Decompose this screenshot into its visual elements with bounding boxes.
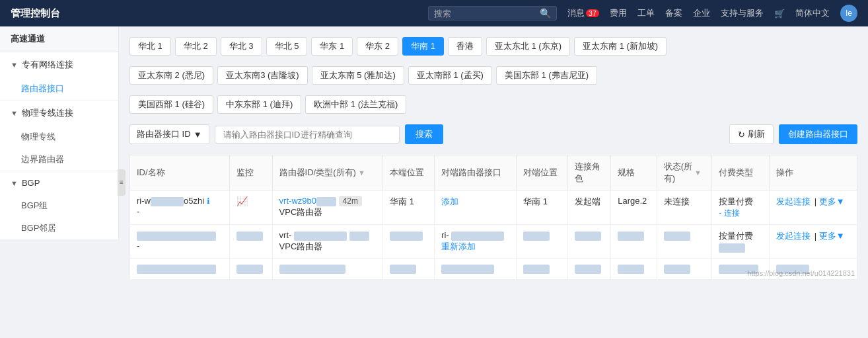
router-sort-icon[interactable]: ▼ bbox=[358, 169, 365, 177]
refresh-icon: ↻ bbox=[738, 130, 745, 140]
toolbar-left: 路由器接口 ID ▼ 搜索 bbox=[129, 124, 443, 144]
table-container: ID/名称 监控 路由器ID/类型(所有) ▼ 本端位置 对端路由器接口 对端位… bbox=[129, 155, 857, 280]
ticket-nav-item[interactable]: 工单 bbox=[637, 7, 655, 19]
search-input[interactable] bbox=[434, 9, 540, 19]
region-tab-east1[interactable]: 华东 1 bbox=[311, 37, 353, 56]
monitor-chart-icon-1[interactable]: 📈 bbox=[236, 196, 248, 206]
region-tab-usw1[interactable]: 美国西部 1 (硅谷) bbox=[129, 95, 213, 114]
sidebar-group-bgp-header[interactable]: ▼ BGP bbox=[0, 171, 118, 194]
search-box[interactable]: 🔍 bbox=[428, 6, 557, 21]
filter-input[interactable] bbox=[215, 126, 400, 144]
region-tab-north2[interactable]: 华北 2 bbox=[175, 37, 217, 56]
messages-nav-item[interactable]: 消息37 bbox=[567, 7, 599, 19]
region-tab-south1[interactable]: 华南 1 bbox=[402, 37, 444, 56]
cell-pay-2: 按量付费 bbox=[712, 225, 769, 259]
support-nav-item[interactable]: 支持与服务 bbox=[721, 7, 764, 19]
sidebar-title: 高速通道 bbox=[0, 26, 118, 52]
filter-select-arrow: ▼ bbox=[194, 130, 202, 140]
row1-router-tag: 42m bbox=[339, 196, 362, 206]
row2-action-more[interactable]: 更多▼ bbox=[819, 231, 845, 241]
search-button[interactable]: 搜索 bbox=[405, 124, 443, 144]
col-header-spec: 规格 bbox=[611, 155, 657, 190]
region-tab-eu1[interactable]: 欧洲中部 1 (法兰克福) bbox=[305, 95, 406, 114]
region-tab-apse1[interactable]: 亚太东南 1 (新加坡) bbox=[574, 37, 667, 56]
row1-action-connect[interactable]: 发起连接 bbox=[776, 196, 811, 206]
cell-local-2 bbox=[383, 225, 435, 259]
region-tab-use1[interactable]: 美国东部 1 (弗吉尼亚) bbox=[496, 66, 597, 85]
row1-info-icon[interactable]: ℹ bbox=[207, 196, 210, 206]
row2-spec-blurred bbox=[618, 232, 644, 241]
cell-peer-region-2 bbox=[517, 225, 568, 259]
region-tab-me1[interactable]: 中东东部 1 (迪拜) bbox=[217, 95, 301, 114]
sidebar: 高速通道 ▼ 专有网络连接 路由器接口 ▼ 物理专线连接 物理专线 边界路由器 bbox=[0, 26, 119, 240]
cell-status-1: 未连接 bbox=[657, 190, 712, 225]
region-tab-hongkong[interactable]: 香港 bbox=[448, 37, 482, 56]
row1-pay-sub[interactable]: - 连接 bbox=[719, 208, 762, 219]
data-table: ID/名称 监控 路由器ID/类型(所有) ▼ 本端位置 对端路由器接口 对端位… bbox=[129, 155, 857, 280]
region-tab-apne1[interactable]: 亚太东北 1 (东京) bbox=[486, 37, 570, 56]
cell-spec-3 bbox=[611, 258, 657, 280]
col-header-id: ID/名称 bbox=[130, 155, 230, 190]
sidebar-item-router-interface[interactable]: 路由器接口 bbox=[0, 77, 118, 100]
toolbar: 路由器接口 ID ▼ 搜索 ↻ 刷新 创建路由器接口 bbox=[129, 124, 857, 144]
cell-pay-1: 按量付费 - 连接 bbox=[712, 190, 769, 225]
cell-monitor-1: 📈 bbox=[229, 190, 272, 225]
cell-local-3 bbox=[383, 258, 435, 280]
region-tab-apse3[interactable]: 亚太东南3 (吉隆坡) bbox=[217, 66, 308, 85]
sidebar-item-bgp-group[interactable]: BGP组 bbox=[0, 194, 118, 217]
cost-nav-item[interactable]: 费用 bbox=[610, 7, 627, 19]
row2-pay-type: 按量付费 bbox=[719, 230, 762, 242]
col-header-status[interactable]: 状态(所有) ▼ bbox=[657, 155, 712, 190]
sidebar-item-border-router[interactable]: 边界路由器 bbox=[0, 148, 118, 171]
row2-peer-if-action[interactable]: 重新添加 bbox=[441, 241, 476, 251]
sidebar-item-physical-line[interactable]: 物理专线 bbox=[0, 126, 118, 148]
sidebar-collapse-handle[interactable]: ≡ bbox=[118, 169, 126, 196]
sidebar-group-physical: ▼ 物理专线连接 物理专线 边界路由器 bbox=[0, 101, 118, 171]
top-nav: 管理控制台 🔍 消息37 费用 工单 备案 企业 支持与服务 🛒 简体中文 Ie bbox=[0, 0, 868, 26]
col-header-peer-region: 对端位置 bbox=[517, 155, 568, 190]
cell-id-1: ri-wo5zhi ℹ - bbox=[130, 190, 230, 225]
region-tab-aps1[interactable]: 亚太南部 1 (孟买) bbox=[408, 66, 492, 85]
bgp-group-label: BGP bbox=[22, 178, 40, 188]
refresh-button[interactable]: ↻ 刷新 bbox=[729, 124, 774, 144]
col-header-router[interactable]: 路由器ID/类型(所有) ▼ bbox=[272, 155, 383, 190]
cell-monitor-3 bbox=[229, 258, 272, 280]
row2-peer-region-blurred bbox=[523, 232, 550, 241]
search-icon-button[interactable]: 🔍 bbox=[540, 8, 551, 19]
row1-peer-if-link[interactable]: 添加 bbox=[441, 196, 458, 206]
region-tab-north3[interactable]: 华北 3 bbox=[221, 37, 262, 56]
language-switcher[interactable]: 简体中文 bbox=[795, 7, 830, 19]
sidebar-group-vpc-header[interactable]: ▼ 专有网络连接 bbox=[0, 52, 118, 77]
col-header-local: 本端位置 bbox=[383, 155, 435, 190]
app-title: 管理控制台 bbox=[11, 7, 60, 20]
filter-select-label: 路由器接口 ID bbox=[137, 128, 191, 140]
row1-action-more[interactable]: 更多▼ bbox=[819, 196, 845, 206]
row2-action-connect[interactable]: 发起连接 bbox=[776, 231, 811, 241]
cell-peer-region-1: 华南 1 bbox=[517, 190, 568, 225]
cell-router-1: vrt-wz9b0 42m VPC路由器 bbox=[272, 190, 383, 225]
region-tab-east2[interactable]: 华东 2 bbox=[357, 37, 398, 56]
avatar[interactable]: Ie bbox=[840, 5, 857, 22]
row3-peer-if-blurred bbox=[441, 265, 494, 274]
messages-badge: 37 bbox=[586, 9, 599, 17]
row1-router-id[interactable]: vrt-wz9b0 bbox=[279, 196, 336, 206]
row1-router-type: VPC路由器 bbox=[279, 206, 377, 218]
vpc-group-label: 专有网络连接 bbox=[22, 59, 73, 71]
row3-spec-blurred bbox=[618, 265, 644, 274]
enterprise-nav-item[interactable]: 企业 bbox=[693, 7, 710, 19]
col-header-action: 操作 bbox=[769, 155, 857, 190]
filter-select[interactable]: 路由器接口 ID ▼ bbox=[129, 124, 209, 144]
icp-nav-item[interactable]: 备案 bbox=[665, 7, 682, 19]
sidebar-group-physical-header[interactable]: ▼ 物理专线连接 bbox=[0, 101, 118, 126]
region-tab-north5[interactable]: 华北 5 bbox=[266, 37, 308, 56]
create-button[interactable]: 创建路由器接口 bbox=[779, 124, 857, 144]
cart-icon[interactable]: 🛒 bbox=[774, 9, 785, 19]
status-sort-icon[interactable]: ▼ bbox=[694, 169, 702, 177]
cell-role-2 bbox=[568, 225, 611, 259]
region-tab-apse5[interactable]: 亚太东南 5 (雅加达) bbox=[312, 66, 404, 85]
sidebar-item-bgp-neighbor[interactable]: BGP邻居 bbox=[0, 217, 118, 239]
region-tab-north1[interactable]: 华北 1 bbox=[129, 37, 171, 56]
region-tab-apse2[interactable]: 亚太东南 2 (悉尼) bbox=[129, 66, 213, 85]
row2-peer-if-blurred bbox=[451, 232, 504, 241]
toolbar-right: ↻ 刷新 创建路由器接口 bbox=[729, 124, 857, 144]
